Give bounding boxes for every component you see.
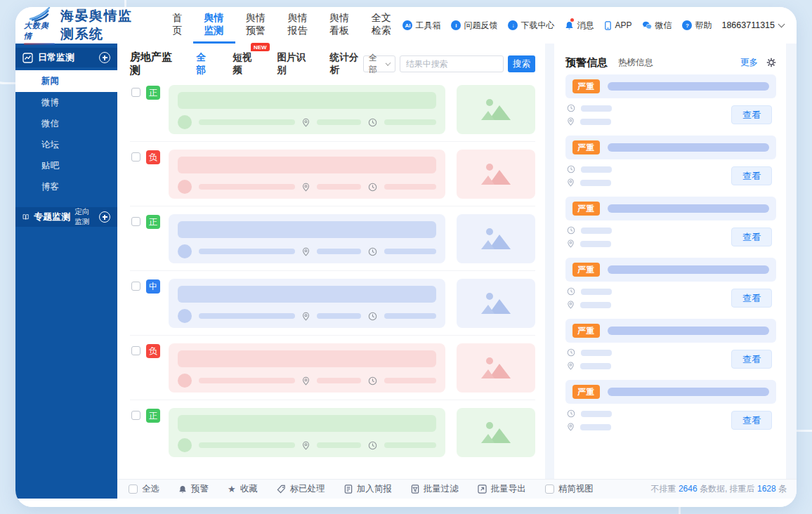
content-tab[interactable]: 统计分析 [330,51,363,77]
title-placeholder [178,286,436,303]
view-button[interactable]: 查看 [731,105,772,124]
content-tabs: 全部 短视频 NEW 图片识别 统计分析 [197,51,363,77]
account-menu[interactable]: 18663711315 [721,20,784,30]
toolbox-link[interactable]: AI 工具箱 [402,20,440,32]
brand-logo: 大数舆情 [24,7,55,45]
account-phone: 18663711315 [721,20,775,30]
wechat-link[interactable]: 微信 [642,20,672,32]
result-card[interactable] [169,150,445,199]
row-checkbox[interactable] [131,346,140,355]
image-icon [480,291,512,315]
nav-item[interactable]: 舆情看板 [319,7,361,44]
thumbnail[interactable] [457,343,535,393]
row-checkbox[interactable] [131,88,140,97]
nav-item[interactable]: 首页 [162,7,193,44]
more-link[interactable]: 更多 [740,57,758,69]
download-center-link[interactable]: ↓ 下载中心 [508,20,554,32]
search-button[interactable]: 搜索 [508,55,535,72]
messages-link[interactable]: 消息 [565,20,594,32]
row-checkbox[interactable] [131,282,140,291]
tab-hot-list[interactable]: 热榜信息 [618,57,653,69]
thumbnail[interactable] [457,214,535,263]
avatar [178,115,192,129]
source-placeholder [199,249,295,254]
nav-item[interactable]: 舆情预警 [235,7,277,44]
sidebar-item[interactable]: 新闻 [15,70,117,92]
alert-card-header: 严重 [565,380,776,404]
content-tab[interactable]: 短视频 NEW [233,51,257,77]
batch-export-action[interactable]: 批量导出 [478,483,526,495]
export-icon [478,485,487,494]
result-row: 负 [130,142,535,206]
wechat-icon [642,21,652,29]
row-checkbox[interactable] [131,152,140,162]
view-button[interactable]: 查看 [731,289,772,308]
select-all-control[interactable]: 全选 [129,483,159,495]
bell-icon [565,21,574,30]
view-button[interactable]: 查看 [731,350,772,369]
content-tab[interactable]: 图片识别 [277,51,310,77]
time-icon [567,165,575,173]
view-button[interactable]: 查看 [731,411,772,430]
nav-item[interactable]: 舆情监测 [193,7,235,44]
thumbnail[interactable] [457,408,535,457]
content-tab[interactable]: 全部 [197,51,214,77]
sidebar-item[interactable]: 博客 [15,176,117,197]
result-row: 正 [130,206,535,271]
sidebar-item[interactable]: 论坛 [15,134,117,155]
app-link[interactable]: APP [604,20,631,30]
view-button[interactable]: 查看 [731,166,772,185]
alert-card: 严重 [565,197,776,248]
location-icon [302,312,310,321]
info-icon: i [451,20,461,30]
feedback-link[interactable]: i 问题反馈 [451,20,497,32]
thumbnail[interactable] [457,85,535,134]
result-card[interactable] [169,85,445,134]
batch-filter-action[interactable]: 批量过滤 [411,483,459,495]
nav-item[interactable]: 舆情报告 [277,7,319,44]
time-placeholder [384,313,436,319]
row-checkbox[interactable] [131,217,140,226]
utility-links: AI 工具箱 i 问题反馈 ↓ 下载中心 消息 [402,20,712,32]
sidebar-item[interactable]: 微信 [15,113,117,134]
alert-time-placeholder [581,166,612,173]
search-input[interactable] [400,55,504,72]
alert-action[interactable]: 预警 [178,483,209,495]
severity-badge: 严重 [572,385,600,399]
result-card[interactable] [169,214,445,263]
alert-card: 严重 [565,136,776,187]
add-to-briefing-action[interactable]: 加入简报 [344,483,392,495]
new-badge: NEW [251,43,270,51]
title-placeholder [178,415,436,432]
help-link[interactable]: ? 帮助 [682,20,712,32]
result-card[interactable] [169,408,445,457]
scope-select[interactable]: 全部 [363,55,395,72]
thumbnail[interactable] [457,150,535,199]
sentiment-badge: 正 [146,215,160,229]
view-button[interactable]: 查看 [731,228,772,246]
mark-handled-action[interactable]: 标已处理 [277,483,325,495]
favorite-action[interactable]: ★ 收藏 [228,483,258,495]
brand-logo-text: 大数舆情 [24,20,55,41]
result-card[interactable] [169,343,445,393]
compact-view-checkbox[interactable] [545,485,554,494]
nav-item[interactable]: 全文检索 [361,7,403,44]
result-card[interactable] [169,279,445,328]
time-icon [567,226,575,235]
brand-tagline [24,43,55,45]
add-daily-monitor-button[interactable] [99,52,110,63]
gear-icon[interactable] [766,58,776,67]
select-all-checkbox[interactable] [129,485,138,494]
row-checkbox[interactable] [131,411,140,420]
thumbnail[interactable] [457,279,535,328]
add-special-monitor-button[interactable] [99,211,110,223]
source-placeholder [199,378,295,383]
tab-alert-info[interactable]: 预警信息 [565,56,608,70]
compact-view-control[interactable]: 精简视图 [545,483,594,495]
sidebar-item[interactable]: 微博 [15,92,117,113]
help-icon: ? [682,20,692,30]
scrollbar-track[interactable] [786,44,797,479]
sidebar-item[interactable]: 贴吧 [15,155,117,176]
deduped-count: 1628 [757,484,776,494]
avatar [178,180,192,194]
